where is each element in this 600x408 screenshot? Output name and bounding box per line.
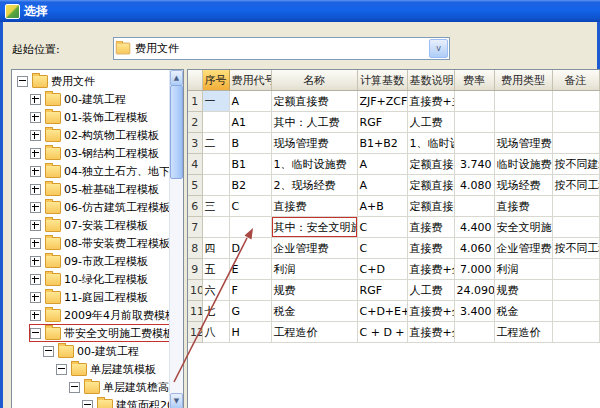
name-cell[interactable]: 现场管理费 [271, 133, 357, 154]
code-cell[interactable] [229, 217, 271, 238]
tree-item[interactable]: 04-独立土石方、地下降水工程模板 [29, 162, 169, 180]
name-cell[interactable]: 工程造价 [271, 322, 357, 343]
type-cell[interactable]: 安全文明施工 [494, 217, 552, 238]
seq-cell[interactable]: 四 [202, 238, 229, 259]
base-cell[interactable]: A [357, 175, 407, 196]
base-desc-cell[interactable]: 直接费+企业 [407, 259, 454, 280]
rate-cell[interactable] [454, 196, 494, 217]
seq-cell[interactable] [202, 175, 229, 196]
base-cell[interactable]: C+D+E+F [357, 301, 407, 322]
name-cell[interactable]: 其中：安全文明施工费 [271, 217, 357, 238]
base-cell[interactable]: A [357, 154, 407, 175]
tree-item[interactable]: 00-建筑工程 [29, 90, 127, 108]
tree-item[interactable]: 07-安装工程模板 [29, 216, 149, 234]
expand-toggle-icon[interactable] [43, 346, 54, 357]
tree-item[interactable]: 05-桩基础工程模板 [29, 180, 160, 198]
column-header[interactable]: 费用类型 [494, 70, 552, 91]
note-cell[interactable] [552, 196, 599, 217]
expand-toggle-icon[interactable] [30, 238, 41, 249]
scroll-up-icon[interactable]: ▲ [170, 70, 183, 86]
scrollbar-thumb[interactable] [170, 85, 183, 179]
type-cell[interactable]: 直接费 [494, 196, 552, 217]
base-desc-cell[interactable]: 1、临时设施 [407, 133, 454, 154]
seq-cell[interactable]: 七 [202, 301, 229, 322]
code-cell[interactable]: B2 [229, 175, 271, 196]
column-header[interactable]: 费用代号 [229, 70, 271, 91]
tree-scrollbar[interactable]: ▲ ▼ [169, 70, 183, 408]
row-number-cell[interactable]: 3 [188, 133, 202, 154]
seq-cell[interactable]: 六 [202, 280, 229, 301]
code-cell[interactable]: A1 [229, 112, 271, 133]
column-header[interactable]: 基数说明 [407, 70, 454, 91]
rate-cell[interactable]: 4.080 [454, 175, 494, 196]
seq-cell[interactable]: 二 [202, 133, 229, 154]
expand-toggle-icon[interactable] [30, 220, 41, 231]
tree-item[interactable]: 00-建筑工程 [42, 342, 140, 360]
seq-cell[interactable]: 五 [202, 259, 229, 280]
row-number-cell[interactable]: 10 [188, 280, 202, 301]
note-cell[interactable] [552, 91, 599, 112]
name-cell[interactable]: 其中：人工费 [271, 112, 357, 133]
note-cell[interactable] [552, 301, 599, 322]
seq-cell[interactable]: 三 [202, 196, 229, 217]
tree-item[interactable]: 08-带安装费工程模板 [29, 234, 169, 252]
rate-cell[interactable]: 24.090 [454, 280, 494, 301]
rate-cell[interactable] [454, 133, 494, 154]
type-cell[interactable]: 规费 [494, 280, 552, 301]
tree-item[interactable]: 单层建筑模板 [55, 360, 157, 378]
code-cell[interactable]: F [229, 280, 271, 301]
type-cell[interactable]: 临时设施费 [494, 154, 552, 175]
type-cell[interactable]: 现场管理费 [494, 133, 552, 154]
column-header[interactable]: 名称 [271, 70, 357, 91]
base-desc-cell[interactable]: 定额直接费+ [407, 196, 454, 217]
expand-toggle-icon[interactable] [69, 382, 80, 393]
seq-cell[interactable]: 八 [202, 322, 229, 343]
row-number-cell[interactable]: 5 [188, 175, 202, 196]
rate-cell[interactable]: 4.400 [454, 217, 494, 238]
base-cell[interactable]: RGF [357, 280, 407, 301]
tree-item[interactable]: 带安全文明施工费模板 [29, 324, 169, 342]
tree-item[interactable]: 2009年4月前取费模板 [29, 306, 169, 324]
name-cell[interactable]: 定额直接费 [271, 91, 357, 112]
base-desc-cell[interactable]: 定额直接费 [407, 175, 454, 196]
note-cell[interactable]: 按不同工程类 [552, 238, 599, 259]
rate-cell[interactable] [454, 322, 494, 343]
expand-toggle-icon[interactable] [30, 94, 41, 105]
note-cell[interactable] [552, 280, 599, 301]
base-cell[interactable]: C + D + E + [357, 322, 407, 343]
row-number-cell[interactable]: 9 [188, 259, 202, 280]
row-number-cell[interactable]: 7 [188, 217, 202, 238]
note-cell[interactable] [552, 217, 599, 238]
code-cell[interactable]: H [229, 322, 271, 343]
expand-toggle-icon[interactable] [30, 166, 41, 177]
tree-item[interactable]: 10-绿化工程模板 [29, 270, 149, 288]
column-header[interactable]: 计算基数 [357, 70, 407, 91]
scroll-down-icon[interactable]: ▼ [170, 393, 183, 408]
seq-cell[interactable]: 一 [202, 91, 229, 112]
tree-item[interactable]: 01-装饰工程模板 [29, 108, 149, 126]
base-cell[interactable]: RGF [357, 112, 407, 133]
base-desc-cell[interactable]: 人工费 [407, 112, 454, 133]
base-desc-cell[interactable]: 直接费 [407, 217, 454, 238]
expand-toggle-icon[interactable] [30, 256, 41, 267]
column-header[interactable]: 费率 [454, 70, 494, 91]
rate-cell[interactable] [454, 91, 494, 112]
expand-toggle-icon[interactable] [30, 292, 41, 303]
expand-toggle-icon[interactable] [56, 364, 67, 375]
expand-toggle-icon[interactable] [17, 76, 28, 87]
tree-item[interactable]: 11-庭园工程模板 [29, 288, 149, 306]
expand-toggle-icon[interactable] [30, 184, 41, 195]
tree-item[interactable]: 建筑面积20000m2以内 [81, 396, 169, 408]
expand-toggle-icon[interactable] [30, 310, 41, 321]
location-combobox[interactable]: 费用文件 v [113, 37, 450, 60]
code-cell[interactable]: C [229, 196, 271, 217]
type-cell[interactable]: 利润 [494, 259, 552, 280]
code-cell[interactable]: G [229, 301, 271, 322]
tree-item[interactable]: 费用文件 [16, 72, 96, 90]
name-cell[interactable]: 1、临时设施费 [271, 154, 357, 175]
base-cell[interactable]: C+D [357, 259, 407, 280]
base-desc-cell[interactable]: 人工费 [407, 280, 454, 301]
name-cell[interactable]: 规费 [271, 280, 357, 301]
note-cell[interactable]: 按不同建筑面 [552, 154, 599, 175]
base-desc-cell[interactable]: 直接费+企业 [407, 301, 454, 322]
